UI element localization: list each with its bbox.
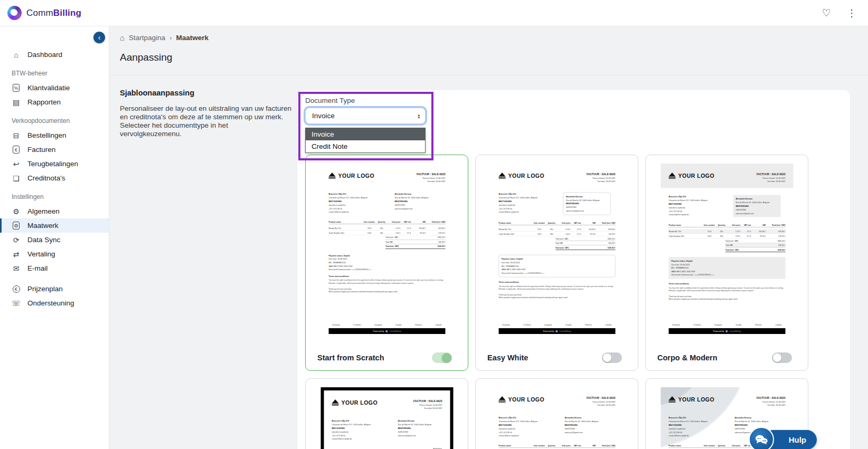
preview-payment-block: Payment status: Unpaid Due Date: 30-06-2… <box>668 257 785 279</box>
help-button[interactable]: Hulp <box>763 430 817 449</box>
preview-buyer-block: Alexandra Dervaux Rue du Marché 42, 1040… <box>733 195 780 217</box>
template-enable-toggle[interactable] <box>432 352 452 363</box>
sidebar-item-label: Data Sync <box>27 236 60 244</box>
sidebar-collapse-button[interactable]: ‹ <box>93 32 105 43</box>
invoice-preview: YOUR LOGO FACTUUR : SALE-0023 Factuur Da… <box>490 387 623 449</box>
breadcrumb-home-link[interactable]: Startpagina <box>129 34 165 42</box>
dropdown-option-invoice[interactable]: Invoice <box>306 128 425 140</box>
help-button-label: Hulp <box>789 435 806 444</box>
invoice-preview: YOUR LOGO FACTUUR : SALE-0023 Factuur Da… <box>320 164 453 338</box>
translate-icon: ⇄ <box>12 250 21 259</box>
sidebar-item-label: Ondersteuning <box>27 299 74 307</box>
preview-buyer-block: Alexandra Dervaux Rue du Marché 42, 1040… <box>564 416 612 438</box>
template-enable-toggle[interactable] <box>602 352 622 363</box>
page-title: Aanpassing <box>120 52 172 63</box>
select-stepper-icon: ▴▾ <box>418 113 420 119</box>
sidebar-item-label: Facturen <box>27 146 55 154</box>
sync-icon: ⟳ <box>12 236 21 244</box>
preview-line-items-table: Product nameItem numberQuantityUnit pric… <box>498 444 615 449</box>
sidebar-nav: ⌂DashboardBTW-beheer%Klantvalidatie▤Rapp… <box>0 47 109 310</box>
template-customization-intro: Sjabloonaanpassing Personaliseer de lay-… <box>120 89 291 138</box>
preview-line-items-table: Product nameItem numberQuantityUnit pric… <box>498 222 615 251</box>
preview-buyer-block: Alexandra Dervaux Rue du Marché 42, 1040… <box>394 193 442 214</box>
preview-doc-ref: FACTUUR : SALE-0023 <box>413 399 442 403</box>
template-enable-toggle[interactable] <box>772 352 792 363</box>
preview-logo: YOUR LOGO <box>668 173 714 179</box>
template-card-corpo-modern[interactable]: YOUR LOGO FACTUUR : SALE-0023 Factuur Da… <box>645 155 808 371</box>
template-grid: YOUR LOGO FACTUUR : SALE-0023 Factuur Da… <box>305 155 808 449</box>
preview-payment-block: Payment status: Unpaid Due Date: 30-06-2… <box>498 255 615 277</box>
preview-social-links: FacebookX (Twitter)InstagramYoutubePinte… <box>498 324 615 326</box>
preview-powered-by-bar: Powered by CommBilling <box>668 328 785 334</box>
preview-powered-by-bar: Powered by CommBilling <box>498 328 615 334</box>
sidebar-item-dashboard[interactable]: ⌂Dashboard <box>0 47 109 62</box>
sidebar-item-rapporten[interactable]: ▤Rapporten <box>0 95 109 109</box>
preview-seller-block: Brasserie L'Épi d'Or Chaussée de Wavre 2… <box>498 416 559 438</box>
sidebar-divider <box>0 275 109 282</box>
template-name-label: Easy White <box>487 354 528 362</box>
template-card-row2-1[interactable]: YOUR LOGO FACTUUR : SALE-0023 Factuur Da… <box>305 378 468 449</box>
intro-description: Personaliseer de lay-out en uitstraling … <box>120 104 291 138</box>
heart-icon[interactable]: ♡ <box>822 7 831 19</box>
sidebar-item-data-sync[interactable]: ⟳Data Sync <box>0 233 109 247</box>
mail-icon: ✉ <box>12 264 21 273</box>
chat-bubbles-icon <box>749 427 774 449</box>
home-icon: ⌂ <box>120 33 125 42</box>
document-type-dropdown: Invoice Credit Note <box>305 128 426 153</box>
preview-logo: YOUR LOGO <box>332 399 378 406</box>
sidebar-item-label: Maatwerk <box>27 222 59 230</box>
sidebar-item-facturen[interactable]: €Facturen <box>0 142 109 157</box>
preview-doc-ref: FACTUUR : SALE-0023 <box>417 173 445 176</box>
template-card-easy-white[interactable]: YOUR LOGO FACTUUR : SALE-0023 Factuur Da… <box>475 155 638 371</box>
sidebar-item-ondersteuning[interactable]: ☏Ondersteuning <box>0 296 109 310</box>
preview-social-links: FacebookX (Twitter)InstagramYoutubePinte… <box>328 324 445 326</box>
sidebar-item-prijzenplan[interactable]: €Prijzenplan <box>0 282 109 296</box>
sidebar-item-e-mail[interactable]: ✉E-mail <box>0 261 109 275</box>
template-card-start-from-scratch[interactable]: YOUR LOGO FACTUUR : SALE-0023 Factuur Da… <box>305 155 468 371</box>
preview-buyer-block: Alexandra Dervaux Rue du Marché 42, 1040… <box>563 193 610 215</box>
preview-doc-ref: FACTUUR : SALE-0023 <box>757 396 785 399</box>
chevron-right-icon: › <box>169 34 172 42</box>
invoice-preview: YOUR LOGO FACTUUR : SALE-0023 Factuur Da… <box>320 387 453 449</box>
report-icon: ▤ <box>12 98 21 107</box>
sidebar-item-algemeen[interactable]: ⚙Algemeen <box>0 204 109 218</box>
document-type-select[interactable]: Invoice ▴▾ <box>305 108 426 124</box>
brand-logo-icon <box>7 6 22 20</box>
kebab-menu-icon[interactable]: ⋮ <box>847 7 856 19</box>
powered-by-logo-icon <box>385 330 388 332</box>
credit-note-icon: ❏ <box>12 174 21 183</box>
sidebar-item-maatwerk[interactable]: ⚙Maatwerk <box>0 218 109 233</box>
divider <box>109 75 868 75</box>
sidebar-section-label: Verkoopdocumenten <box>0 117 109 125</box>
preview-line-items-table: Product nameItem numberQuantityUnit pric… <box>328 221 445 249</box>
template-card-row2-2[interactable]: YOUR LOGO FACTUUR : SALE-0023 Factuur Da… <box>475 378 638 449</box>
invoice-preview: YOUR LOGO FACTUUR : SALE-0023 Factuur Da… <box>490 164 623 338</box>
document-type-value: Invoice <box>312 112 335 120</box>
preview-powered-by-bar: Powered by CommBilling <box>328 328 445 334</box>
powered-by-logo-icon <box>555 330 558 332</box>
sidebar-item-klantvalidatie[interactable]: %Klantvalidatie <box>0 81 109 95</box>
preview-seller-block: Brasserie L'Épi d'Or Chaussée de Wavre 2… <box>332 419 392 441</box>
sidebar-item-vertaling[interactable]: ⇄Vertaling <box>0 247 109 261</box>
preview-thanks: Thank you for your purchase. We're proud… <box>328 288 445 293</box>
gear-icon: ⚙ <box>12 207 21 216</box>
sidebar-item-label: Algemeen <box>27 207 60 215</box>
breadcrumb: ⌂ Startpagina › Maatwerk <box>120 33 209 42</box>
preview-seller-block: Brasserie L'Épi d'Or Chaussée de Wavre 2… <box>498 193 559 215</box>
dropdown-option-credit-note[interactable]: Credit Note <box>306 140 425 152</box>
sidebar-item-label: E-mail <box>27 264 48 272</box>
preview-logo: YOUR LOGO <box>668 396 714 403</box>
inbox-icon: ⊟ <box>12 131 21 140</box>
preview-thanks: Thank you for your purchase. We're proud… <box>668 295 785 301</box>
sidebar-item-bestellingen[interactable]: ⊟Bestellingen <box>0 128 109 142</box>
preview-seller-block: Brasserie L'Épi d'Or Chaussée de Wavre 2… <box>668 195 729 217</box>
sidebar-section-label: Instellingen <box>0 193 109 200</box>
sidebar-item-label: Vertaling <box>27 250 55 258</box>
sidebar-item-creditnota-s[interactable]: ❏Creditnota's <box>0 171 109 185</box>
breadcrumb-current: Maatwerk <box>176 34 209 42</box>
preview-thanks: Thank you for your purchase. We're proud… <box>498 293 615 299</box>
sidebar-item-terugbetalingen[interactable]: ↩Terugbetalingen <box>0 157 109 171</box>
preview-seller-block: Brasserie L'Épi d'Or Chaussée de Wavre 2… <box>328 193 389 214</box>
app-logo[interactable]: CommBilling <box>7 6 81 20</box>
support-icon: ☏ <box>12 299 21 308</box>
